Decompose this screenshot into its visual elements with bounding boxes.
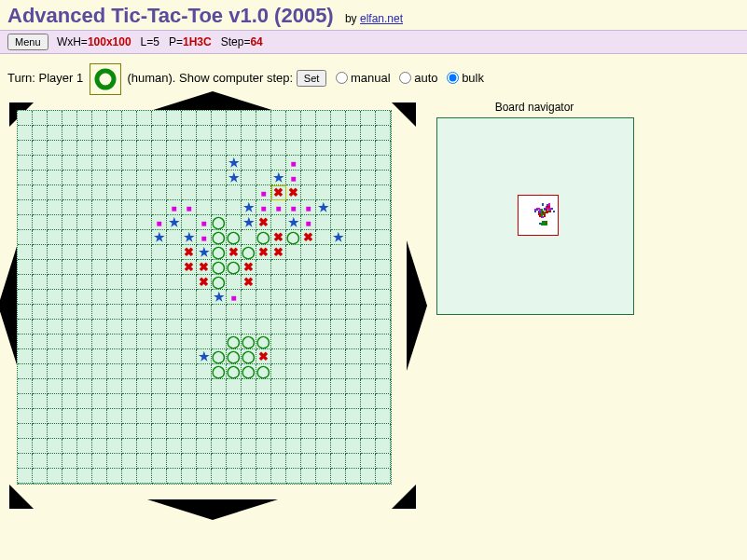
cell[interactable]	[122, 245, 137, 260]
cell[interactable]	[77, 439, 92, 454]
cell[interactable]	[212, 454, 227, 469]
cell[interactable]	[122, 364, 137, 379]
cell[interactable]	[376, 185, 391, 200]
cell[interactable]	[122, 320, 137, 335]
cell[interactable]	[33, 171, 48, 185]
cell[interactable]: ◯	[212, 230, 227, 245]
cell[interactable]	[33, 215, 48, 230]
cell[interactable]	[62, 335, 77, 349]
cell[interactable]	[137, 260, 152, 275]
cell[interactable]	[361, 364, 376, 379]
cell[interactable]	[316, 394, 331, 409]
cell[interactable]	[33, 364, 48, 379]
cell[interactable]	[256, 320, 271, 335]
cell[interactable]	[271, 409, 286, 424]
cell[interactable]	[107, 439, 122, 454]
cell[interactable]	[301, 320, 316, 335]
cell[interactable]	[376, 320, 391, 335]
cell[interactable]	[301, 394, 316, 409]
cell[interactable]	[167, 141, 182, 156]
cell[interactable]	[92, 185, 107, 200]
cell[interactable]	[346, 409, 361, 424]
cell[interactable]	[346, 230, 361, 245]
cell[interactable]	[197, 394, 212, 409]
cell[interactable]	[346, 335, 361, 349]
cell[interactable]	[33, 305, 48, 320]
cell[interactable]	[152, 379, 167, 394]
cell[interactable]	[92, 215, 107, 230]
cell[interactable]	[361, 424, 376, 439]
cell[interactable]	[33, 424, 48, 439]
cell[interactable]	[227, 126, 242, 141]
cell[interactable]	[62, 454, 77, 469]
cell[interactable]	[18, 394, 33, 409]
cell[interactable]	[271, 439, 286, 454]
cell[interactable]	[92, 290, 107, 305]
cell[interactable]	[92, 111, 107, 126]
cell[interactable]	[271, 260, 286, 275]
cell[interactable]	[182, 409, 197, 424]
cell[interactable]	[301, 290, 316, 305]
cell[interactable]	[316, 290, 331, 305]
cell[interactable]: ◯	[212, 275, 227, 290]
cell[interactable]	[33, 141, 48, 156]
cell[interactable]	[361, 335, 376, 349]
cell[interactable]: ■	[286, 156, 301, 171]
cell[interactable]	[92, 230, 107, 245]
cell[interactable]	[92, 379, 107, 394]
cell[interactable]	[376, 290, 391, 305]
cell[interactable]	[167, 260, 182, 275]
cell[interactable]	[33, 260, 48, 275]
cell[interactable]: ✖	[197, 275, 212, 290]
cell[interactable]	[271, 320, 286, 335]
cell[interactable]	[182, 290, 197, 305]
cell[interactable]	[197, 439, 212, 454]
cell[interactable]	[62, 200, 77, 215]
cell[interactable]	[92, 335, 107, 349]
cell[interactable]	[182, 379, 197, 394]
cell[interactable]	[271, 469, 286, 484]
cell[interactable]	[152, 260, 167, 275]
cell[interactable]	[107, 141, 122, 156]
cell[interactable]	[137, 379, 152, 394]
cell[interactable]	[92, 275, 107, 290]
cell[interactable]	[286, 335, 301, 349]
cell[interactable]	[167, 305, 182, 320]
cell[interactable]	[242, 424, 256, 439]
cell[interactable]	[33, 349, 48, 364]
cell[interactable]: ■	[271, 200, 286, 215]
cell[interactable]	[18, 215, 33, 230]
cell[interactable]	[77, 469, 92, 484]
cell[interactable]	[256, 126, 271, 141]
cell[interactable]	[137, 394, 152, 409]
cell[interactable]	[331, 364, 346, 379]
cell[interactable]	[316, 379, 331, 394]
cell[interactable]	[167, 424, 182, 439]
cell[interactable]	[107, 290, 122, 305]
cell[interactable]: ◯	[212, 364, 227, 379]
cell[interactable]	[316, 364, 331, 379]
cell[interactable]	[152, 111, 167, 126]
cell[interactable]	[376, 126, 391, 141]
cell[interactable]	[361, 230, 376, 245]
cell[interactable]	[227, 215, 242, 230]
cell[interactable]	[376, 171, 391, 185]
cell[interactable]	[286, 394, 301, 409]
cell[interactable]	[286, 439, 301, 454]
cell[interactable]	[62, 290, 77, 305]
cell[interactable]	[227, 185, 242, 200]
cell[interactable]	[197, 454, 212, 469]
scroll-up-icon[interactable]	[147, 91, 278, 112]
cell[interactable]	[107, 185, 122, 200]
cell[interactable]	[182, 185, 197, 200]
cell[interactable]	[271, 141, 286, 156]
cell[interactable]	[152, 305, 167, 320]
cell[interactable]	[107, 156, 122, 171]
cell[interactable]	[331, 156, 346, 171]
cell[interactable]	[197, 200, 212, 215]
cell[interactable]	[256, 439, 271, 454]
cell[interactable]	[301, 409, 316, 424]
cell[interactable]	[92, 126, 107, 141]
cell[interactable]	[182, 364, 197, 379]
cell[interactable]	[107, 424, 122, 439]
